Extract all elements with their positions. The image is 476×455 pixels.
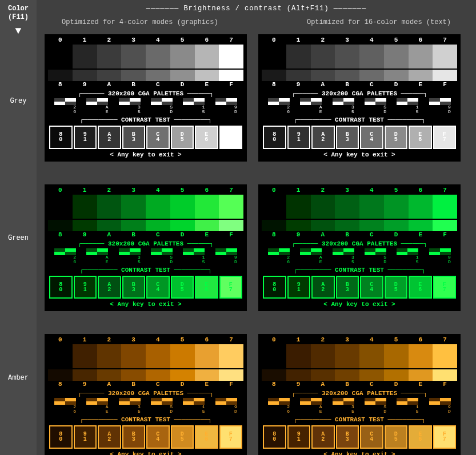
tick-label: E xyxy=(409,81,433,88)
cga-palette-swatch: 26 xyxy=(268,98,290,114)
cga-palette-swatch: 35 xyxy=(333,398,354,414)
tick-label: 5 xyxy=(384,187,409,194)
contrast-box: D5 xyxy=(385,126,408,149)
cga-palette-swatch: SD xyxy=(365,98,386,114)
cga-palette-swatch: 15 xyxy=(397,398,418,414)
cga-palette-swatch: 26 xyxy=(54,98,76,114)
tick-label: 4 xyxy=(146,336,170,343)
tick-label: B xyxy=(121,81,146,88)
tick-label: 0 xyxy=(262,336,286,343)
monitor-test-panel[interactable]: 0123456789ABCDEF┌────── 320x200 CGA PALE… xyxy=(258,334,461,455)
monitor-test-panel[interactable]: 0123456789ABCDEF┌────── 320x200 CGA PALE… xyxy=(45,184,247,312)
gradient-ramp xyxy=(262,220,457,231)
contrast-test-row: 8091A2B3C4D5E6F7 xyxy=(49,425,242,449)
tick-label: 8 xyxy=(48,231,73,238)
exit-hint: < Any key to exit > xyxy=(262,451,457,456)
exit-hint: < Any key to exit > xyxy=(48,151,243,158)
contrast-heading: ┌───────── CONTRAST TEST ─────────┐ xyxy=(48,267,243,273)
tick-label: 7 xyxy=(433,187,457,194)
contrast-box: C4 xyxy=(360,126,383,149)
header-title: ─────── Brightness / contrast (Alt+F11) … xyxy=(146,5,366,13)
monitor-row: 0123456789ABCDEF┌────── 320x200 CGA PALE… xyxy=(45,184,468,312)
gradient-ramp xyxy=(48,70,243,81)
tick-label: C xyxy=(359,231,384,238)
contrast-box: 80 xyxy=(263,126,286,149)
tick-label: 1 xyxy=(286,37,311,43)
tick-label: E xyxy=(195,81,219,88)
tick-label: 9 xyxy=(73,81,97,88)
tick-label: 1 xyxy=(286,187,311,194)
cga-palette-swatch: 35 xyxy=(333,98,354,114)
contrast-box: A2 xyxy=(98,425,121,449)
cga-palette-swatch: 9D xyxy=(215,248,237,264)
tick-label: D xyxy=(170,381,195,388)
contrast-box: E6 xyxy=(409,425,432,449)
contrast-box: D5 xyxy=(171,126,194,149)
tick-label: 1 xyxy=(73,336,97,343)
contrast-box: 91 xyxy=(74,425,97,449)
contrast-heading: ┌───────── CONTRAST TEST ─────────┐ xyxy=(48,116,243,123)
monitor-test-panel[interactable]: 0123456789ABCDEF┌────── 320x200 CGA PALE… xyxy=(258,184,461,312)
tick-label: 6 xyxy=(195,37,219,43)
contrast-box: 80 xyxy=(49,276,73,299)
tick-label: A xyxy=(97,381,122,388)
tick-label: 6 xyxy=(409,37,433,43)
cga-palette-swatch: AE xyxy=(86,98,108,114)
gradient-ramp xyxy=(262,369,457,381)
tick-label: C xyxy=(359,81,384,88)
contrast-heading: ┌───────── CONTRAST TEST ─────────┐ xyxy=(262,267,457,273)
cga-palette-swatch: SD xyxy=(365,248,386,264)
contrast-box: F7 xyxy=(433,425,457,449)
monitor-row: 0123456789ABCDEF┌────── 320x200 CGA PALE… xyxy=(45,34,468,162)
contrast-box: F7 xyxy=(433,126,457,149)
contrast-box: E6 xyxy=(195,276,218,299)
cga-palette-swatch: 35 xyxy=(119,248,141,264)
row-label: Grey xyxy=(0,97,37,105)
contrast-box: F7 xyxy=(219,425,243,449)
contrast-box: C4 xyxy=(146,126,170,149)
contrast-box: B3 xyxy=(122,126,146,149)
palettes-heading: ┌────── 320x200 CGA PALETTES ──────┐ xyxy=(262,390,457,397)
monitor-test-panel[interactable]: 0123456789ABCDEF┌────── 320x200 CGA PALE… xyxy=(258,34,461,162)
contrast-box: E6 xyxy=(195,126,218,149)
row-label: Green xyxy=(0,234,37,242)
monitor-test-panel[interactable]: 0123456789ABCDEF┌────── 320x200 CGA PALE… xyxy=(45,34,247,162)
gradient-ramp xyxy=(48,45,243,69)
cga-palette-swatch: SD xyxy=(151,248,173,264)
monitor-test-panel[interactable]: 0123456789ABCDEF┌────── 320x200 CGA PALE… xyxy=(45,334,247,455)
tick-label: 8 xyxy=(262,231,286,238)
tick-label: 2 xyxy=(97,187,122,194)
cga-palette-swatch: 35 xyxy=(119,398,141,414)
row-label: Amber xyxy=(0,374,37,382)
tick-label: 4 xyxy=(146,37,170,43)
sub-left: Optimized for 4-color modes (graphics) xyxy=(62,18,218,26)
tick-label: C xyxy=(146,231,170,238)
cga-palette-swatch: 26 xyxy=(268,398,290,414)
tick-label: F xyxy=(433,81,457,88)
tick-label: F xyxy=(219,81,243,88)
tick-label: 9 xyxy=(73,381,97,388)
contrast-box: 80 xyxy=(49,425,73,449)
gradient-ramp xyxy=(262,344,457,368)
contrast-box: C4 xyxy=(360,276,383,299)
cga-palette-swatch: 15 xyxy=(183,248,205,264)
tick-label: 0 xyxy=(262,37,286,43)
cga-palette-swatch: 26 xyxy=(268,248,290,264)
tick-label: 5 xyxy=(384,37,409,43)
tick-label: 4 xyxy=(146,187,170,194)
tick-label: 8 xyxy=(262,381,286,388)
contrast-box: 80 xyxy=(263,276,286,299)
tick-label: D xyxy=(170,81,195,88)
palettes-heading: ┌────── 320x200 CGA PALETTES ──────┐ xyxy=(48,90,243,97)
contrast-test-row: 8091A2B3C4D5E6F7 xyxy=(49,276,242,299)
contrast-box: 80 xyxy=(263,425,286,449)
cga-palette-swatch: 35 xyxy=(119,98,141,114)
cga-palette-swatch: 15 xyxy=(183,398,205,414)
contrast-box: E6 xyxy=(409,276,432,299)
contrast-box: A2 xyxy=(311,126,335,149)
contrast-box: C4 xyxy=(360,425,383,449)
tick-label: 3 xyxy=(335,187,359,194)
cga-palette-swatch: SD xyxy=(151,398,173,414)
contrast-test-row: 8091A2B3C4D5E6F7 xyxy=(263,126,456,149)
contrast-box: D5 xyxy=(171,425,194,449)
